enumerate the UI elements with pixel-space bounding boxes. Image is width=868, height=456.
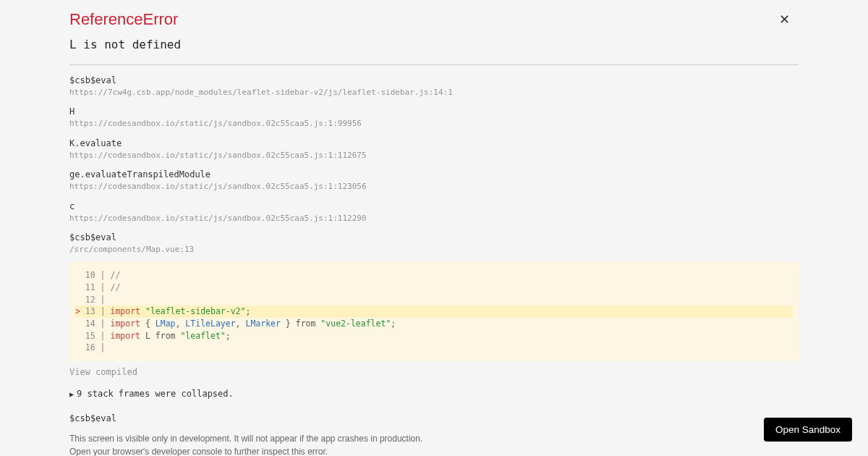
frame-location: /src/components/Map.vue:13 <box>69 244 799 255</box>
footer-line: Open your browser's developer console to… <box>69 445 799 456</box>
view-compiled-link[interactable]: View compiled <box>69 367 799 377</box>
frame-location: https://7cw4g.csb.app/node_modules/leafl… <box>69 87 799 98</box>
stack-frame: ge.evaluateTranspiledModule https://code… <box>69 168 799 192</box>
code-line: 10 | // <box>75 270 120 280</box>
frame-function: $csb$eval <box>69 412 799 425</box>
code-line: 14 | import { LMap, LTileLayer, LMarker … <box>75 318 793 330</box>
stack-frame: c https://codesandbox.io/static/js/sandb… <box>69 200 799 224</box>
frame-location: https://codesandbox.io/static/js/sandbox… <box>69 213 799 224</box>
stack-frame: $csb$eval <box>69 412 799 425</box>
frame-function: ge.evaluateTranspiledModule <box>69 168 799 181</box>
divider <box>69 64 799 65</box>
triangle-right-icon: ▶ <box>69 390 74 398</box>
stack-frame: $csb$eval https://7cw4g.csb.app/node_mod… <box>69 74 799 98</box>
code-line: 11 | // <box>75 282 120 292</box>
error-message: L is not defined <box>69 38 799 51</box>
error-overlay: ✕ ReferenceError L is not defined $csb$e… <box>0 0 868 456</box>
stack-frame: K.evaluate https://codesandbox.io/static… <box>69 137 799 161</box>
frame-function: $csb$eval <box>69 74 799 87</box>
code-line-highlight: > 13 | import "leaflet-sidebar-v2"; <box>75 305 793 318</box>
stack-frame: H https://codesandbox.io/static/js/sandb… <box>69 105 799 129</box>
collapsed-frames-toggle[interactable]: ▶9 stack frames were collapsed. <box>69 389 799 399</box>
code-snippet: 10 | // 11 | // 12 | > 13 | import "leaf… <box>69 262 799 361</box>
frame-function: K.evaluate <box>69 137 799 150</box>
frame-function: $csb$eval <box>69 231 799 244</box>
frame-location: https://codesandbox.io/static/js/sandbox… <box>69 150 799 161</box>
close-icon[interactable]: ✕ <box>779 13 790 26</box>
collapsed-frames-label: 9 stack frames were collapsed. <box>77 389 234 399</box>
code-line: 16 | <box>75 342 110 352</box>
frame-function: c <box>69 200 799 213</box>
stack-frame: $csb$eval /src/components/Map.vue:13 <box>69 231 799 255</box>
code-line: 15 | import L from "leaflet"; <box>75 330 793 342</box>
frame-location: https://codesandbox.io/static/js/sandbox… <box>69 118 799 129</box>
frame-function: H <box>69 105 799 118</box>
error-title: ReferenceError <box>69 10 799 29</box>
frame-location: https://codesandbox.io/static/js/sandbox… <box>69 181 799 192</box>
code-line: 12 | <box>75 295 110 305</box>
footer-line: This screen is visible only in developme… <box>69 432 799 445</box>
footer-note: This screen is visible only in developme… <box>69 432 799 456</box>
open-sandbox-button[interactable]: Open Sandbox <box>764 418 852 442</box>
